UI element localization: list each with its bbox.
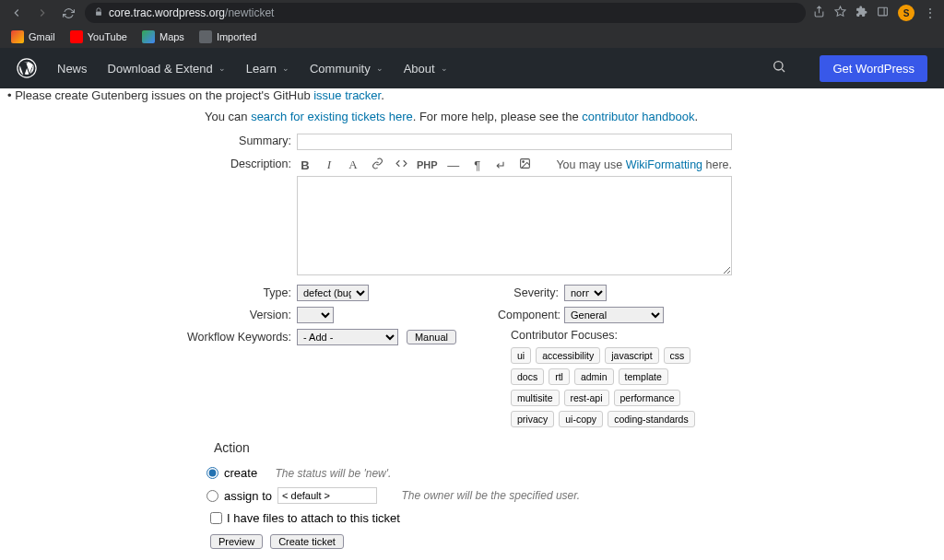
italic-icon[interactable]: I [321, 158, 337, 172]
forward-button[interactable] [33, 4, 52, 22]
focus-tag-admin[interactable]: admin [574, 368, 614, 385]
nav-news[interactable]: News [57, 62, 88, 76]
get-wordpress-button[interactable]: Get WordPress [820, 55, 927, 82]
create-hint: The status will be 'new'. [275, 467, 391, 480]
wordpress-nav: News Download & Extend⌄ Learn⌄ Community… [0, 48, 944, 88]
search-tickets-link[interactable]: search for existing tickets here [251, 110, 413, 123]
intro-text: You can search for existing tickets here… [205, 110, 944, 123]
version-select[interactable] [297, 307, 334, 323]
newline-icon[interactable]: ↵ [493, 158, 510, 172]
chevron-down-icon: ⌄ [376, 64, 384, 73]
severity-select[interactable]: normal [564, 285, 607, 301]
code-icon[interactable] [393, 158, 409, 172]
heading-icon[interactable]: A [345, 158, 361, 172]
description-label: Description: [0, 156, 297, 279]
bold-icon[interactable]: B [297, 158, 313, 172]
attach-checkbox[interactable] [210, 512, 222, 524]
manual-button[interactable]: Manual [407, 330, 456, 344]
panel-icon[interactable] [877, 5, 889, 21]
focus-tag-accessibility[interactable]: accessibility [536, 347, 600, 364]
bookmark-maps[interactable]: Maps [142, 30, 184, 43]
back-button[interactable] [7, 4, 26, 22]
wiki-hint: You may use WikiFormatting here. [556, 158, 732, 171]
link-icon[interactable] [369, 158, 385, 172]
profile-avatar[interactable]: S [898, 5, 914, 21]
focus-tag-docs[interactable]: docs [511, 368, 544, 385]
description-textarea[interactable] [297, 176, 732, 275]
create-radio-label: create [224, 466, 257, 480]
lock-icon [94, 7, 103, 18]
share-icon[interactable] [813, 5, 825, 21]
nav-learn[interactable]: Learn⌄ [246, 62, 289, 76]
nav-community[interactable]: Community⌄ [310, 62, 384, 76]
svg-line-6 [782, 69, 785, 72]
focus-tag-coding-standards[interactable]: coding-standards [608, 411, 695, 427]
focus-tag-ui[interactable]: ui [511, 347, 531, 364]
php-icon[interactable]: PHP [417, 159, 438, 170]
svg-rect-2 [879, 7, 888, 16]
type-label: Type: [0, 286, 297, 299]
preview-button[interactable]: Preview [210, 534, 263, 549]
address-bar[interactable]: core.trac.wordpress.org/newticket [85, 3, 806, 23]
chevron-down-icon: ⌄ [218, 64, 226, 73]
summary-input[interactable] [297, 134, 732, 150]
workflow-label: Workflow Keywords: [0, 331, 297, 344]
star-icon[interactable] [834, 5, 846, 21]
svg-point-5 [774, 62, 783, 70]
contributor-handbook-link[interactable]: contributor handbook [582, 110, 694, 123]
chevron-down-icon: ⌄ [282, 64, 289, 73]
focus-tag-performance[interactable]: performance [614, 390, 681, 406]
bookmark-imported[interactable]: Imported [199, 30, 256, 43]
wikiformatting-link[interactable]: WikiFormatting [626, 158, 702, 171]
focus-tag-template[interactable]: template [619, 368, 668, 385]
bookmark-gmail[interactable]: Gmail [11, 30, 55, 43]
focus-tag-privacy[interactable]: privacy [511, 411, 554, 427]
assign-radio[interactable] [206, 490, 218, 502]
focus-tag-ui-copy[interactable]: ui-copy [559, 411, 603, 427]
svg-point-8 [523, 161, 525, 163]
assign-radio-label: assign to [224, 489, 272, 503]
extensions-icon[interactable] [856, 5, 867, 21]
attach-label: I have files to attach to this ticket [227, 511, 400, 525]
action-heading: Action [214, 440, 944, 455]
paragraph-icon[interactable]: ¶ [469, 158, 486, 172]
menu-icon[interactable]: ⋮ [924, 6, 937, 20]
focus-tag-multisite[interactable]: multisite [511, 390, 560, 406]
gutenberg-note: • Please create Gutenberg issues on the … [18, 88, 944, 102]
focus-tag-javascript[interactable]: javascript [605, 347, 658, 364]
image-icon[interactable] [517, 158, 534, 172]
url-text: core.trac.wordpress.org/newticket [109, 6, 274, 19]
type-select[interactable]: defect (bug) [297, 285, 369, 301]
chevron-down-icon: ⌄ [441, 64, 448, 73]
assign-hint: The owner will be the specified user. [402, 489, 581, 502]
bookmark-youtube[interactable]: YouTube [70, 30, 127, 43]
version-label: Version: [0, 309, 297, 321]
nav-about[interactable]: About⌄ [404, 62, 448, 76]
nav-download-extend[interactable]: Download & Extend⌄ [108, 62, 226, 76]
reload-button[interactable] [59, 4, 77, 22]
focuses-label: Contributor Focuses: [511, 329, 944, 342]
create-radio[interactable] [206, 467, 218, 479]
component-label: Component: [498, 309, 564, 321]
issue-tracker-link[interactable]: issue tracker [313, 88, 381, 102]
create-ticket-button[interactable]: Create ticket [270, 534, 344, 549]
focus-tag-css[interactable]: css [664, 347, 691, 364]
bookmarks-bar: Gmail YouTube Maps Imported [0, 26, 944, 48]
assign-input[interactable] [277, 487, 377, 504]
hr-icon[interactable]: — [445, 158, 462, 172]
severity-label: Severity: [498, 286, 564, 299]
summary-label: Summary: [0, 133, 297, 150]
focus-tag-rtl[interactable]: rtl [549, 368, 570, 385]
focus-tag-rest-api[interactable]: rest-api [564, 390, 609, 406]
workflow-select[interactable]: - Add - [297, 329, 398, 345]
search-icon[interactable] [772, 59, 786, 77]
svg-marker-1 [835, 6, 845, 16]
wordpress-logo-icon[interactable] [17, 58, 37, 78]
component-select[interactable]: General [564, 307, 664, 323]
svg-rect-0 [96, 12, 101, 16]
